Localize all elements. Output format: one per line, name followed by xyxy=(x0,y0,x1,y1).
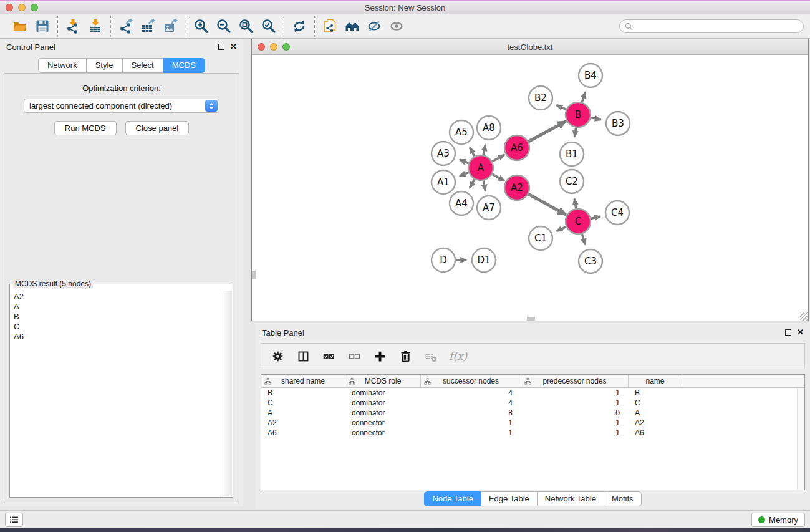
home-button[interactable] xyxy=(341,16,364,36)
column-header-predecessor-nodes[interactable]: predecessor nodes xyxy=(521,375,629,387)
export-network-button[interactable] xyxy=(115,16,137,36)
tab-edge-table[interactable]: Edge Table xyxy=(481,491,538,506)
graph-edge-A-A5[interactable] xyxy=(470,148,475,157)
resize-grip-icon[interactable] xyxy=(800,312,808,321)
graph-node-B3[interactable]: B3 xyxy=(606,112,630,135)
graph-edge-A-A2[interactable] xyxy=(492,174,504,181)
tab-node-table[interactable]: Node Table xyxy=(424,491,481,506)
zoom-in-button[interactable] xyxy=(190,16,213,36)
graph-edge-C-C1[interactable] xyxy=(557,227,566,231)
function-builder-button[interactable]: f(x) xyxy=(449,350,467,362)
hide-panels-button[interactable] xyxy=(364,16,386,36)
graph-node-D1[interactable]: D1 xyxy=(472,248,496,272)
memory-button[interactable]: Memory xyxy=(751,513,805,527)
graph-node-C[interactable]: C xyxy=(566,209,591,234)
graph-node-A8[interactable]: A8 xyxy=(477,116,501,140)
graph-node-B[interactable]: B xyxy=(566,102,591,127)
delete-table-button[interactable] xyxy=(423,349,438,364)
zoom-out-button[interactable] xyxy=(213,16,235,36)
graph-edge-C-C3[interactable] xyxy=(582,234,585,244)
graph-edge-A-A8[interactable] xyxy=(483,145,485,155)
tab-mcds[interactable]: MCDS xyxy=(163,58,205,73)
show-panels-button[interactable] xyxy=(386,16,408,36)
graph-node-B4[interactable]: B4 xyxy=(579,64,602,87)
graph-node-C3[interactable]: C3 xyxy=(579,249,602,273)
graph-edge-C-C4[interactable] xyxy=(591,216,600,218)
column-header-name[interactable]: name xyxy=(629,375,682,387)
result-item[interactable]: A6 xyxy=(14,332,233,342)
graph-node-C4[interactable]: C4 xyxy=(605,201,629,225)
task-history-button[interactable] xyxy=(5,513,23,527)
add-row-button[interactable] xyxy=(372,349,387,364)
graph-edge-A-A3[interactable] xyxy=(460,160,468,163)
graph-node-A[interactable]: A xyxy=(468,155,493,180)
graph-node-A6[interactable]: A6 xyxy=(504,135,529,160)
table-row[interactable]: Adominator80A xyxy=(261,408,804,418)
column-header-successor-nodes[interactable]: successor nodes xyxy=(421,375,521,387)
graph-edge-B-B1[interactable] xyxy=(574,128,576,137)
graph-edge-A6-B[interactable] xyxy=(528,121,566,142)
table-row[interactable]: Bdominator41B xyxy=(261,388,804,398)
columns-button[interactable] xyxy=(296,349,311,364)
graph-node-A3[interactable]: A3 xyxy=(432,142,455,165)
graph-edge-A-A7[interactable] xyxy=(483,181,485,191)
refresh-button[interactable] xyxy=(288,16,311,36)
search-input[interactable] xyxy=(635,22,799,31)
result-item[interactable]: C xyxy=(14,322,233,332)
settings-button[interactable] xyxy=(270,349,285,364)
network-canvas[interactable]: AA1A2A3A4A5A6A7A8BB1B2B3B4CC1C2C3C4DD1 xyxy=(252,55,808,321)
tab-style[interactable]: Style xyxy=(87,58,123,73)
zoom-selected-button[interactable] xyxy=(258,16,280,36)
graph-edge-B-B2[interactable] xyxy=(557,105,566,109)
float-panel-icon[interactable] xyxy=(218,44,224,50)
tab-network-table[interactable]: Network Table xyxy=(538,491,604,506)
graph-node-A4[interactable]: A4 xyxy=(450,191,473,215)
select-all-button[interactable] xyxy=(321,349,336,364)
graph-edge-A2-C[interactable] xyxy=(528,194,566,215)
result-item[interactable]: A xyxy=(14,302,233,312)
graph-edge-A-A4[interactable] xyxy=(470,179,475,188)
graph-node-A2[interactable]: A2 xyxy=(504,175,529,200)
result-item[interactable]: A2 xyxy=(14,292,233,302)
column-header-MCDS-role[interactable]: MCDS role xyxy=(345,375,421,387)
graph-node-B2[interactable]: B2 xyxy=(529,86,552,110)
graph-node-A1[interactable]: A1 xyxy=(432,170,455,194)
deselect-all-button[interactable] xyxy=(347,349,362,364)
delete-row-button[interactable] xyxy=(398,349,413,364)
save-session-button[interactable] xyxy=(31,16,54,36)
graph-node-C1[interactable]: C1 xyxy=(529,226,552,250)
column-header-shared-name[interactable]: shared name xyxy=(261,375,345,387)
table-row[interactable]: A2connector11A2 xyxy=(261,418,804,428)
close-panel-icon[interactable]: ✕ xyxy=(230,44,237,50)
table-row[interactable]: A6connector11A6 xyxy=(261,428,804,438)
graph-edge-A-A6[interactable] xyxy=(492,155,504,162)
new-session-from-network-button[interactable] xyxy=(319,16,341,36)
table-scrollbar[interactable] xyxy=(797,388,804,490)
graph-node-B1[interactable]: B1 xyxy=(560,142,584,166)
tab-select[interactable]: Select xyxy=(123,58,163,73)
graph-node-A5[interactable]: A5 xyxy=(450,120,473,144)
graph-edge-B-B4[interactable] xyxy=(582,92,585,102)
graph-node-C2[interactable]: C2 xyxy=(560,170,584,193)
graph-edge-B-B3[interactable] xyxy=(591,117,601,120)
close-panel-button[interactable]: Close panel xyxy=(125,121,190,135)
vertical-scrollbar-thumb[interactable] xyxy=(252,271,256,279)
export-image-button[interactable] xyxy=(160,16,182,36)
table-row[interactable]: Cdominator41C xyxy=(261,398,804,408)
run-mcds-button[interactable]: Run MCDS xyxy=(54,121,117,135)
export-table-button[interactable] xyxy=(137,16,160,36)
import-table-button[interactable] xyxy=(84,16,107,36)
tab-network[interactable]: Network xyxy=(38,58,87,73)
graph-edge-A-A1[interactable] xyxy=(460,173,468,176)
graph-edge-C-C2[interactable] xyxy=(574,199,576,209)
open-file-button[interactable] xyxy=(9,16,31,36)
search-input-wrap[interactable] xyxy=(619,19,804,33)
zoom-fit-button[interactable] xyxy=(235,16,258,36)
graph-node-D[interactable]: D xyxy=(432,248,455,272)
result-scrollbar[interactable] xyxy=(224,291,232,496)
network-graph[interactable]: AA1A2A3A4A5A6A7A8BB1B2B3B4CC1C2C3C4DD1 xyxy=(252,55,808,321)
criterion-dropdown[interactable]: largest connected component (directed) xyxy=(24,99,219,113)
import-network-button[interactable] xyxy=(62,16,84,36)
horizontal-scrollbar-thumb[interactable] xyxy=(527,317,535,321)
close-table-panel-icon[interactable]: ✕ xyxy=(797,329,804,336)
